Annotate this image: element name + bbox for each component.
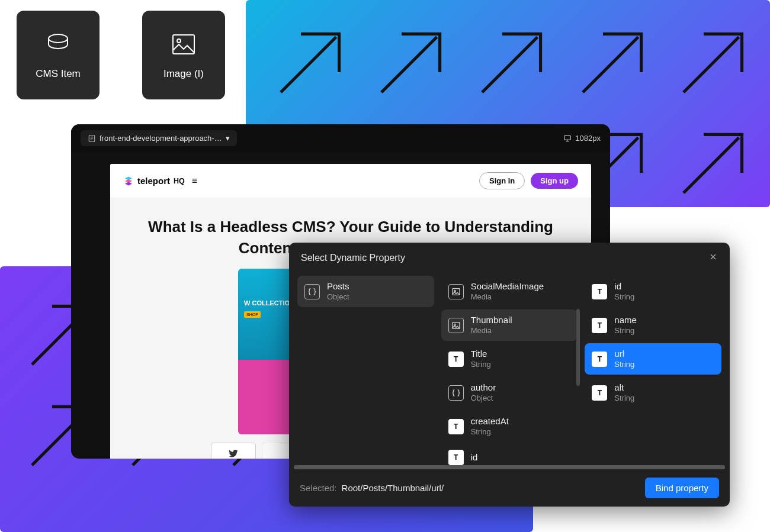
property-name: id bbox=[471, 452, 478, 463]
property-type: String bbox=[614, 360, 634, 369]
property-name: author bbox=[471, 382, 496, 394]
property-type: Media bbox=[471, 326, 512, 336]
property-column-2: SocialMediaImageMediaThumbnailMediaTTitl… bbox=[438, 273, 582, 465]
property-name: id bbox=[614, 281, 634, 292]
database-icon bbox=[44, 30, 72, 59]
property-item-name[interactable]: TnameString bbox=[585, 309, 721, 341]
page-selector-label: front-end-development-approach-… bbox=[100, 134, 222, 143]
property-item-id[interactable]: TidString bbox=[585, 276, 721, 307]
chevron-down-icon: ▾ bbox=[226, 134, 230, 143]
close-icon[interactable] bbox=[708, 252, 718, 264]
property-type: Object bbox=[471, 394, 496, 403]
text-type-icon: T bbox=[448, 419, 464, 434]
svg-point-0 bbox=[49, 34, 68, 43]
property-item-alt[interactable]: TaltString bbox=[585, 377, 721, 408]
site-header: teleportHQ ≡ Sign in Sign up bbox=[110, 164, 591, 198]
bind-property-button[interactable]: Bind property bbox=[645, 478, 719, 498]
text-type-icon: T bbox=[448, 450, 464, 465]
media-icon bbox=[448, 318, 464, 333]
property-item-url[interactable]: TurlString bbox=[585, 343, 721, 375]
signin-button[interactable]: Sign in bbox=[479, 172, 525, 189]
property-column-3: TidStringTnameStringTurlStringTaltString bbox=[581, 273, 725, 465]
property-name: createdAt bbox=[471, 416, 509, 427]
page-icon bbox=[88, 134, 96, 143]
selected-label: Selected: bbox=[300, 483, 337, 493]
property-name: SocialMediaImage bbox=[471, 281, 544, 292]
tile-image[interactable]: Image (I) bbox=[142, 11, 225, 99]
property-type: String bbox=[471, 360, 491, 369]
property-type: String bbox=[614, 326, 637, 336]
tile-label: Image (I) bbox=[163, 68, 204, 80]
page-selector[interactable]: front-end-development-approach-… ▾ bbox=[81, 130, 237, 146]
property-name: name bbox=[614, 315, 637, 326]
teleport-logo-icon bbox=[123, 176, 134, 186]
modal-title: Select Dynamic Property bbox=[301, 253, 405, 263]
property-name: Posts bbox=[327, 281, 349, 292]
property-name: url bbox=[614, 349, 634, 360]
svg-rect-4 bbox=[564, 136, 571, 140]
property-item-title[interactable]: TTitleString bbox=[441, 343, 578, 375]
modal-footer: Selected: Root/Posts/Thumbnail/url/ Bind… bbox=[289, 469, 730, 507]
property-type: String bbox=[614, 394, 634, 403]
media-icon bbox=[448, 284, 464, 299]
scrollbar-thumb[interactable] bbox=[576, 309, 580, 386]
mockup-shop-button: SHOP bbox=[244, 311, 261, 318]
modal-columns: PostsObject SocialMediaImageMediaThumbna… bbox=[289, 273, 730, 465]
text-type-icon: T bbox=[592, 284, 607, 299]
svg-point-10 bbox=[454, 324, 455, 325]
selected-path: Root/Posts/Thumbnail/url/ bbox=[342, 483, 444, 493]
brand-logo: teleportHQ bbox=[123, 176, 185, 186]
brand-sup: HQ bbox=[174, 177, 185, 185]
property-item-posts[interactable]: PostsObject bbox=[297, 276, 434, 307]
object-icon bbox=[304, 284, 320, 299]
select-dynamic-property-modal: Select Dynamic Property PostsObject Soci… bbox=[289, 243, 730, 507]
svg-point-8 bbox=[454, 290, 455, 292]
signup-button[interactable]: Sign up bbox=[531, 173, 578, 189]
property-type: Media bbox=[471, 292, 544, 302]
editor-topbar: front-end-development-approach-… ▾ 1082p… bbox=[71, 124, 610, 152]
tile-label: CMS Item bbox=[36, 68, 81, 80]
image-icon bbox=[169, 30, 198, 59]
menu-icon[interactable]: ≡ bbox=[192, 176, 198, 186]
tile-cms-item[interactable]: CMS Item bbox=[17, 11, 100, 99]
property-name: Thumbnail bbox=[471, 315, 512, 326]
text-type-icon: T bbox=[448, 352, 464, 367]
object-icon bbox=[448, 385, 464, 401]
property-column-1: PostsObject bbox=[294, 273, 438, 465]
property-item-thumbnail[interactable]: ThumbnailMedia bbox=[441, 309, 578, 341]
property-type: String bbox=[471, 427, 509, 437]
svg-rect-1 bbox=[173, 35, 194, 54]
desktop-icon bbox=[563, 134, 572, 143]
horizontal-scrollbar[interactable] bbox=[294, 465, 725, 469]
text-type-icon: T bbox=[592, 318, 607, 333]
property-name: Title bbox=[471, 349, 491, 360]
brand-name: teleport bbox=[137, 176, 170, 186]
viewport-label: 1082px bbox=[575, 134, 601, 143]
modal-header: Select Dynamic Property bbox=[289, 243, 730, 273]
viewport-indicator: 1082px bbox=[563, 134, 601, 143]
text-type-icon: T bbox=[592, 352, 607, 367]
property-item-author[interactable]: authorObject bbox=[441, 377, 578, 408]
property-item-id[interactable]: Tid bbox=[441, 444, 578, 465]
twitter-icon bbox=[228, 448, 239, 459]
svg-point-2 bbox=[177, 39, 181, 43]
text-type-icon: T bbox=[592, 385, 607, 401]
property-item-socialmediaimage[interactable]: SocialMediaImageMedia bbox=[441, 276, 578, 307]
property-name: alt bbox=[614, 382, 634, 394]
property-type: String bbox=[614, 292, 634, 302]
property-type: Object bbox=[327, 292, 349, 302]
twitter-share-button[interactable] bbox=[211, 443, 256, 459]
property-item-createdat[interactable]: TcreatedAtString bbox=[441, 411, 578, 442]
